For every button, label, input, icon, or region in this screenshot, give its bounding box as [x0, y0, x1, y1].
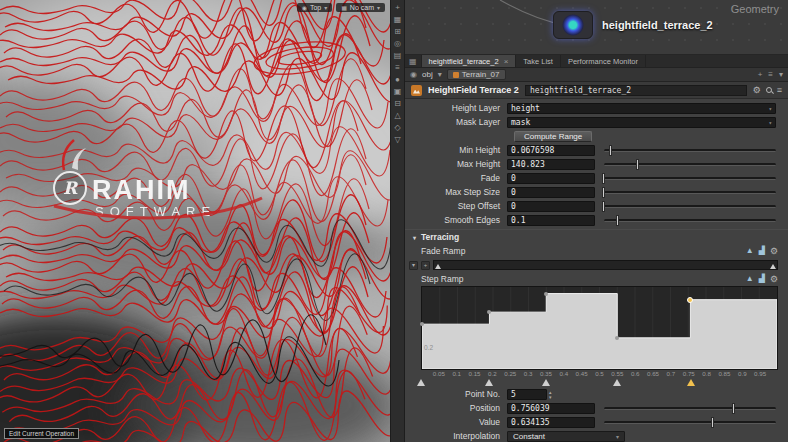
parameter-pane: Height Layer height ▾ Mask Layer mask ▾ … [405, 99, 788, 442]
ramp-point-marker[interactable] [417, 379, 425, 386]
ramp-control-point[interactable] [615, 336, 619, 340]
camera-menu[interactable]: ▦ No cam ▾ [336, 3, 385, 12]
search-icon[interactable] [766, 87, 772, 93]
fade-slider[interactable] [604, 177, 776, 180]
ramp-expand-icon[interactable]: ▾ [409, 261, 418, 270]
ramp-point-marker[interactable] [687, 379, 695, 386]
menu-icon[interactable]: ≡ [768, 70, 773, 79]
add-point-icon[interactable]: + [421, 261, 430, 270]
ramp-control-point[interactable] [487, 310, 491, 314]
position-field[interactable]: 0.756039 [507, 403, 595, 414]
value-field[interactable]: 0.634135 [507, 417, 595, 428]
viewport-toolbar-icon[interactable]: △ [394, 112, 400, 120]
min-height-field[interactable]: 0.0676598 [507, 145, 595, 156]
node-type-icon [453, 72, 459, 78]
ramp-point-marker[interactable] [435, 264, 441, 269]
network-editor[interactable]: heightfield_terrace_2 Geometry [405, 0, 788, 55]
viewport-toolbar-icon[interactable]: ● [395, 76, 400, 84]
param-label: Value [405, 417, 507, 427]
max-height-field[interactable]: 140.823 [507, 159, 595, 170]
viewport-toolbar-icon[interactable]: ▽ [394, 136, 400, 144]
compute-range-button[interactable]: Compute Range [514, 131, 592, 142]
max-height-slider[interactable] [604, 163, 776, 166]
slider-handle[interactable] [616, 215, 619, 226]
path-context[interactable]: obj [422, 70, 433, 79]
step-ramp-editor[interactable]: 0.2 [421, 286, 778, 370]
viewport-toolbar-icon[interactable]: ◇ [394, 124, 400, 132]
viewport-toolbar-icon[interactable]: ▤ [394, 52, 402, 60]
mask-layer-field[interactable]: mask ▾ [507, 117, 776, 128]
ramp-point-marker[interactable] [613, 379, 621, 386]
point-no-stepper[interactable]: ▴ ▾ [549, 390, 552, 399]
viewport-toolbar-icon[interactable]: ▣ [394, 88, 402, 96]
viewport-toolbar-icon[interactable]: ⊞ [394, 28, 401, 36]
ramp-control-point[interactable] [420, 322, 424, 326]
fade-ramp-strip[interactable] [433, 260, 778, 270]
camera-icon: ▦ [341, 4, 347, 11]
slider-handle[interactable] [609, 145, 612, 156]
view-menu[interactable]: ◉ Top ▾ [297, 3, 333, 12]
pane-menu-icon[interactable]: ▦ [405, 55, 422, 67]
terrain-heightfield-render: R RAHIM SOFTWARE [0, 0, 390, 442]
tick-label: 0.25 [504, 370, 516, 377]
ramp-preset-icon[interactable]: ▲ [746, 247, 754, 255]
tab-heightfield-terrace-2[interactable]: heightfield_terrace_2 × [422, 55, 517, 67]
node-label: heightfield_terrace_2 [602, 19, 713, 31]
menu-icon[interactable]: ≡ [777, 85, 782, 95]
interpolation-value: Constant [513, 432, 545, 441]
viewport-toolbar-icon[interactable]: ⊟ [394, 100, 401, 108]
max-step-size-slider[interactable] [604, 191, 776, 194]
min-height-slider[interactable] [604, 149, 776, 152]
section-terracing[interactable]: ▾ Terracing [405, 229, 788, 244]
ramp-point-marker[interactable] [770, 264, 776, 269]
slider-handle[interactable] [732, 403, 735, 414]
spin-up-icon[interactable]: ▴ [549, 390, 552, 394]
height-layer-field[interactable]: height ▾ [507, 103, 776, 114]
point-no-field[interactable]: 5 [507, 389, 547, 400]
slider-handle[interactable] [636, 159, 639, 170]
viewport-toolbar-icon[interactable]: + [395, 4, 400, 12]
chevron-down-icon[interactable]: ▾ [779, 70, 783, 79]
slider-handle[interactable] [602, 187, 605, 198]
ramp-preset-icon[interactable]: ▲ [746, 275, 754, 283]
step-offset-field[interactable]: 0 [507, 201, 595, 212]
node-name-field[interactable] [525, 85, 747, 96]
gear-icon[interactable]: ⚙ [753, 85, 761, 95]
param-label: Point No. [405, 389, 507, 399]
ramp-control-point[interactable] [687, 297, 693, 303]
max-step-size-field[interactable]: 0 [507, 187, 595, 198]
smooth-edges-field[interactable]: 0.1 [507, 215, 595, 226]
interpolation-dropdown[interactable]: Constant ▾ [507, 431, 625, 442]
path-node-chip[interactable]: Terrain_07 [447, 69, 506, 80]
ramp-point-marker[interactable] [542, 379, 550, 386]
ramp-point-marker[interactable] [485, 379, 493, 386]
viewport-toolbar-icon[interactable]: ≡ [395, 64, 400, 72]
smooth-edges-slider[interactable] [604, 219, 776, 222]
add-icon[interactable]: + [758, 70, 763, 79]
viewport-3d[interactable]: R RAHIM SOFTWARE ◉ Top ▾ ▦ No cam ▾ Edit… [0, 0, 390, 442]
ramp-curves-icon[interactable]: ▟ [759, 275, 765, 283]
step-offset-slider[interactable] [604, 205, 776, 208]
fade-field[interactable]: 0 [507, 173, 595, 184]
position-slider[interactable] [604, 407, 776, 410]
slider-handle[interactable] [602, 173, 605, 184]
pin-icon[interactable]: ◉ [410, 71, 417, 79]
tab-performance-monitor[interactable]: Performance Monitor [561, 55, 646, 67]
ramp-control-point[interactable] [544, 292, 548, 296]
tick-label: 0.3 [524, 370, 533, 377]
node-heightfield-terrace-2[interactable]: heightfield_terrace_2 [553, 11, 713, 39]
tick-label: 0.6 [631, 370, 640, 377]
gear-icon[interactable]: ⚙ [770, 275, 778, 284]
slider-handle[interactable] [711, 417, 714, 428]
tab-take-list[interactable]: Take List [516, 55, 561, 67]
watermark-title: RAHIM [92, 175, 191, 205]
ramp-curves-icon[interactable]: ▟ [759, 247, 765, 255]
viewport-toolbar-icon[interactable]: ▦ [394, 16, 402, 24]
value-slider[interactable] [604, 421, 776, 424]
spin-down-icon[interactable]: ▾ [549, 395, 552, 399]
viewport-toolbar-icon[interactable]: ◎ [394, 40, 401, 48]
slider-handle[interactable] [602, 201, 605, 212]
tick-label: 0.05 [433, 370, 445, 377]
close-icon[interactable]: × [504, 57, 509, 66]
gear-icon[interactable]: ⚙ [770, 247, 778, 256]
